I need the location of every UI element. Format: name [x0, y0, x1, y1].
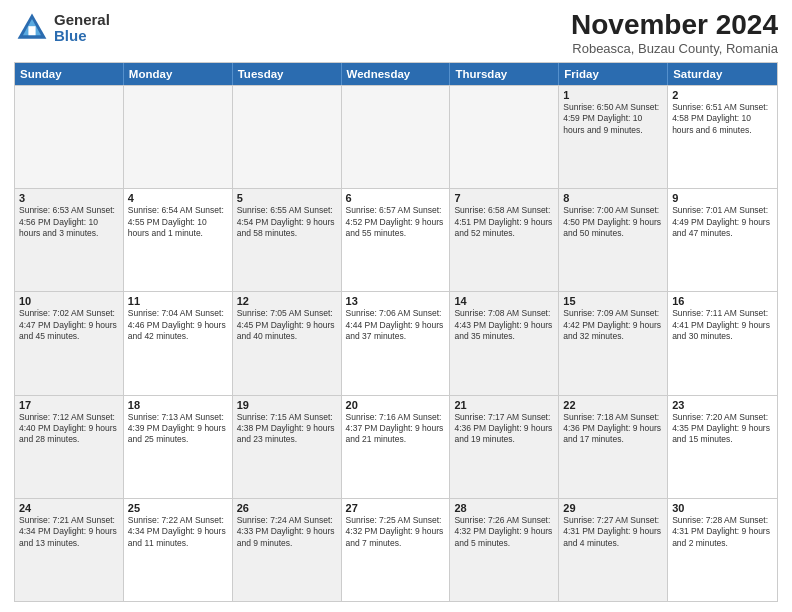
weekday-header-sunday: Sunday [15, 63, 124, 85]
day-number: 17 [19, 399, 119, 411]
day-number: 6 [346, 192, 446, 204]
calendar-cell-19: 19Sunrise: 7:15 AM Sunset: 4:38 PM Dayli… [233, 396, 342, 498]
weekday-header-wednesday: Wednesday [342, 63, 451, 85]
day-number: 8 [563, 192, 663, 204]
calendar-cell-26: 26Sunrise: 7:24 AM Sunset: 4:33 PM Dayli… [233, 499, 342, 601]
calendar-cell-6: 6Sunrise: 6:57 AM Sunset: 4:52 PM Daylig… [342, 189, 451, 291]
day-info: Sunrise: 7:00 AM Sunset: 4:50 PM Dayligh… [563, 205, 663, 239]
calendar-cell-15: 15Sunrise: 7:09 AM Sunset: 4:42 PM Dayli… [559, 292, 668, 394]
calendar-header: SundayMondayTuesdayWednesdayThursdayFrid… [15, 63, 777, 85]
calendar-cell-11: 11Sunrise: 7:04 AM Sunset: 4:46 PM Dayli… [124, 292, 233, 394]
day-number: 5 [237, 192, 337, 204]
day-info: Sunrise: 7:16 AM Sunset: 4:37 PM Dayligh… [346, 412, 446, 446]
calendar-cell-empty-3 [342, 86, 451, 188]
calendar-cell-18: 18Sunrise: 7:13 AM Sunset: 4:39 PM Dayli… [124, 396, 233, 498]
day-info: Sunrise: 7:26 AM Sunset: 4:32 PM Dayligh… [454, 515, 554, 549]
day-number: 22 [563, 399, 663, 411]
day-number: 26 [237, 502, 337, 514]
subtitle: Robeasca, Buzau County, Romania [571, 41, 778, 56]
day-number: 11 [128, 295, 228, 307]
day-info: Sunrise: 7:20 AM Sunset: 4:35 PM Dayligh… [672, 412, 773, 446]
calendar-row-3: 17Sunrise: 7:12 AM Sunset: 4:40 PM Dayli… [15, 395, 777, 498]
day-number: 15 [563, 295, 663, 307]
calendar-row-1: 3Sunrise: 6:53 AM Sunset: 4:56 PM Daylig… [15, 188, 777, 291]
calendar-cell-empty-0 [15, 86, 124, 188]
header: General Blue November 2024 Robeasca, Buz… [14, 10, 778, 56]
title-block: November 2024 Robeasca, Buzau County, Ro… [571, 10, 778, 56]
calendar-cell-30: 30Sunrise: 7:28 AM Sunset: 4:31 PM Dayli… [668, 499, 777, 601]
day-info: Sunrise: 7:06 AM Sunset: 4:44 PM Dayligh… [346, 308, 446, 342]
calendar-cell-21: 21Sunrise: 7:17 AM Sunset: 4:36 PM Dayli… [450, 396, 559, 498]
calendar-cell-13: 13Sunrise: 7:06 AM Sunset: 4:44 PM Dayli… [342, 292, 451, 394]
day-info: Sunrise: 7:22 AM Sunset: 4:34 PM Dayligh… [128, 515, 228, 549]
svg-rect-2 [28, 26, 35, 35]
calendar-cell-7: 7Sunrise: 6:58 AM Sunset: 4:51 PM Daylig… [450, 189, 559, 291]
calendar-cell-24: 24Sunrise: 7:21 AM Sunset: 4:34 PM Dayli… [15, 499, 124, 601]
weekday-header-thursday: Thursday [450, 63, 559, 85]
calendar-cell-5: 5Sunrise: 6:55 AM Sunset: 4:54 PM Daylig… [233, 189, 342, 291]
logo-icon [14, 10, 50, 46]
day-info: Sunrise: 7:01 AM Sunset: 4:49 PM Dayligh… [672, 205, 773, 239]
calendar-cell-4: 4Sunrise: 6:54 AM Sunset: 4:55 PM Daylig… [124, 189, 233, 291]
calendar-cell-28: 28Sunrise: 7:26 AM Sunset: 4:32 PM Dayli… [450, 499, 559, 601]
day-number: 2 [672, 89, 773, 101]
calendar-cell-22: 22Sunrise: 7:18 AM Sunset: 4:36 PM Dayli… [559, 396, 668, 498]
day-number: 19 [237, 399, 337, 411]
calendar-cell-8: 8Sunrise: 7:00 AM Sunset: 4:50 PM Daylig… [559, 189, 668, 291]
calendar-cell-12: 12Sunrise: 7:05 AM Sunset: 4:45 PM Dayli… [233, 292, 342, 394]
calendar-cell-10: 10Sunrise: 7:02 AM Sunset: 4:47 PM Dayli… [15, 292, 124, 394]
calendar-cell-27: 27Sunrise: 7:25 AM Sunset: 4:32 PM Dayli… [342, 499, 451, 601]
day-info: Sunrise: 6:50 AM Sunset: 4:59 PM Dayligh… [563, 102, 663, 136]
day-info: Sunrise: 7:13 AM Sunset: 4:39 PM Dayligh… [128, 412, 228, 446]
calendar-row-2: 10Sunrise: 7:02 AM Sunset: 4:47 PM Dayli… [15, 291, 777, 394]
day-info: Sunrise: 7:04 AM Sunset: 4:46 PM Dayligh… [128, 308, 228, 342]
weekday-header-monday: Monday [124, 63, 233, 85]
day-info: Sunrise: 7:08 AM Sunset: 4:43 PM Dayligh… [454, 308, 554, 342]
weekday-header-friday: Friday [559, 63, 668, 85]
calendar-cell-29: 29Sunrise: 7:27 AM Sunset: 4:31 PM Dayli… [559, 499, 668, 601]
day-number: 7 [454, 192, 554, 204]
calendar-row-4: 24Sunrise: 7:21 AM Sunset: 4:34 PM Dayli… [15, 498, 777, 601]
calendar-cell-23: 23Sunrise: 7:20 AM Sunset: 4:35 PM Dayli… [668, 396, 777, 498]
day-number: 12 [237, 295, 337, 307]
day-info: Sunrise: 7:24 AM Sunset: 4:33 PM Dayligh… [237, 515, 337, 549]
calendar-cell-empty-4 [450, 86, 559, 188]
day-number: 1 [563, 89, 663, 101]
calendar: SundayMondayTuesdayWednesdayThursdayFrid… [14, 62, 778, 602]
logo-blue-text: Blue [54, 28, 110, 45]
day-info: Sunrise: 7:18 AM Sunset: 4:36 PM Dayligh… [563, 412, 663, 446]
calendar-cell-empty-2 [233, 86, 342, 188]
day-info: Sunrise: 7:17 AM Sunset: 4:36 PM Dayligh… [454, 412, 554, 446]
day-info: Sunrise: 7:21 AM Sunset: 4:34 PM Dayligh… [19, 515, 119, 549]
calendar-cell-17: 17Sunrise: 7:12 AM Sunset: 4:40 PM Dayli… [15, 396, 124, 498]
page: General Blue November 2024 Robeasca, Buz… [0, 0, 792, 612]
day-number: 9 [672, 192, 773, 204]
day-number: 10 [19, 295, 119, 307]
calendar-cell-9: 9Sunrise: 7:01 AM Sunset: 4:49 PM Daylig… [668, 189, 777, 291]
calendar-cell-16: 16Sunrise: 7:11 AM Sunset: 4:41 PM Dayli… [668, 292, 777, 394]
day-number: 21 [454, 399, 554, 411]
day-info: Sunrise: 6:55 AM Sunset: 4:54 PM Dayligh… [237, 205, 337, 239]
day-number: 27 [346, 502, 446, 514]
calendar-cell-3: 3Sunrise: 6:53 AM Sunset: 4:56 PM Daylig… [15, 189, 124, 291]
day-number: 18 [128, 399, 228, 411]
day-number: 30 [672, 502, 773, 514]
day-info: Sunrise: 7:28 AM Sunset: 4:31 PM Dayligh… [672, 515, 773, 549]
weekday-header-tuesday: Tuesday [233, 63, 342, 85]
calendar-cell-2: 2Sunrise: 6:51 AM Sunset: 4:58 PM Daylig… [668, 86, 777, 188]
day-info: Sunrise: 7:11 AM Sunset: 4:41 PM Dayligh… [672, 308, 773, 342]
logo-text: General Blue [54, 12, 110, 45]
day-info: Sunrise: 6:53 AM Sunset: 4:56 PM Dayligh… [19, 205, 119, 239]
day-number: 3 [19, 192, 119, 204]
day-info: Sunrise: 7:25 AM Sunset: 4:32 PM Dayligh… [346, 515, 446, 549]
day-number: 4 [128, 192, 228, 204]
day-number: 13 [346, 295, 446, 307]
day-number: 25 [128, 502, 228, 514]
day-info: Sunrise: 7:02 AM Sunset: 4:47 PM Dayligh… [19, 308, 119, 342]
day-number: 24 [19, 502, 119, 514]
calendar-cell-20: 20Sunrise: 7:16 AM Sunset: 4:37 PM Dayli… [342, 396, 451, 498]
day-number: 28 [454, 502, 554, 514]
day-info: Sunrise: 6:58 AM Sunset: 4:51 PM Dayligh… [454, 205, 554, 239]
main-title: November 2024 [571, 10, 778, 41]
day-info: Sunrise: 7:27 AM Sunset: 4:31 PM Dayligh… [563, 515, 663, 549]
